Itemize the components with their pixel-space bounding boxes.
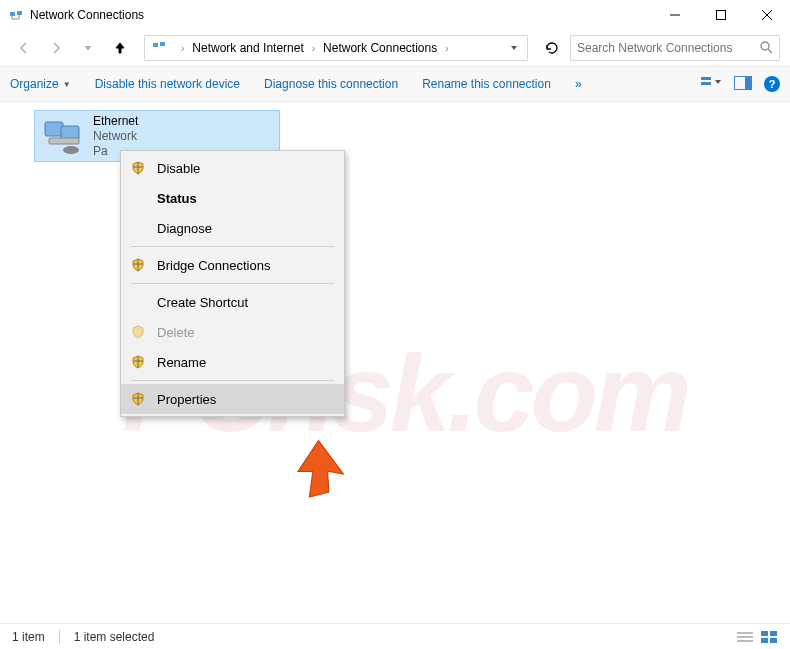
svg-rect-13: [745, 77, 751, 89]
close-button[interactable]: [744, 0, 790, 30]
svg-rect-22: [770, 631, 777, 636]
recent-locations-dropdown[interactable]: [74, 34, 102, 62]
refresh-button[interactable]: [538, 35, 566, 61]
shield-icon: [129, 161, 147, 175]
menu-item-create-shortcut[interactable]: Create Shortcut: [121, 287, 344, 317]
breadcrumb-icon: [151, 38, 171, 58]
menu-separator: [131, 246, 334, 247]
view-options-button[interactable]: [700, 75, 722, 94]
chevron-right-icon[interactable]: ›: [439, 43, 454, 54]
menu-item-label: Rename: [157, 355, 206, 370]
svg-rect-23: [761, 638, 768, 643]
preview-pane-button[interactable]: [734, 76, 752, 93]
menu-item-bridge-connections[interactable]: Bridge Connections: [121, 250, 344, 280]
menu-item-diagnose[interactable]: Diagnose: [121, 213, 344, 243]
menu-item-delete: Delete: [121, 317, 344, 347]
details-view-button[interactable]: [736, 630, 754, 644]
svg-rect-20: [737, 640, 753, 642]
svg-rect-0: [10, 12, 15, 16]
adapter-name: Ethernet: [93, 114, 138, 129]
annotation-arrow: [290, 432, 360, 502]
forward-button[interactable]: [42, 34, 70, 62]
menu-item-label: Disable: [157, 161, 200, 176]
menu-item-status[interactable]: Status: [121, 183, 344, 213]
adapter-icon: [41, 116, 85, 156]
navbar: › Network and Internet › Network Connect…: [0, 30, 790, 66]
content-area: PCrisk.com Ethernet Network Pa Disable S…: [0, 102, 790, 612]
svg-rect-3: [717, 11, 726, 20]
svg-rect-24: [770, 638, 777, 643]
shield-icon: [129, 325, 147, 339]
window-controls: [652, 0, 790, 30]
search-input[interactable]: [577, 41, 759, 55]
status-bar: 1 item 1 item selected: [0, 623, 790, 649]
maximize-button[interactable]: [698, 0, 744, 30]
search-icon[interactable]: [759, 40, 773, 57]
svg-rect-21: [761, 631, 768, 636]
shield-icon: [129, 355, 147, 369]
titlebar: Network Connections: [0, 0, 790, 30]
up-button[interactable]: [106, 34, 134, 62]
svg-rect-19: [737, 636, 753, 638]
svg-rect-18: [737, 632, 753, 634]
svg-rect-14: [45, 122, 63, 136]
search-box[interactable]: [570, 35, 780, 61]
disable-device-button[interactable]: Disable this network device: [95, 77, 240, 91]
menu-item-rename[interactable]: Rename: [121, 347, 344, 377]
toolbar-overflow[interactable]: »: [575, 77, 582, 91]
menu-item-label: Properties: [157, 392, 216, 407]
chevron-right-icon[interactable]: ›: [175, 43, 190, 54]
menu-item-label: Status: [157, 191, 197, 206]
context-menu: Disable Status Diagnose Bridge Connectio…: [120, 150, 345, 417]
menu-item-label: Create Shortcut: [157, 295, 248, 310]
view-mode-buttons: [736, 630, 778, 644]
menu-separator: [131, 283, 334, 284]
svg-rect-6: [153, 43, 158, 47]
menu-item-disable[interactable]: Disable: [121, 153, 344, 183]
window-title: Network Connections: [30, 8, 652, 22]
address-dropdown[interactable]: [503, 43, 525, 53]
breadcrumb-item[interactable]: Network Connections: [321, 41, 439, 55]
large-icons-view-button[interactable]: [760, 630, 778, 644]
menu-separator: [131, 380, 334, 381]
shield-icon: [129, 258, 147, 272]
toolbar-label: Organize: [10, 77, 59, 91]
breadcrumb-item[interactable]: Network and Internet: [190, 41, 305, 55]
diagnose-connection-button[interactable]: Diagnose this connection: [264, 77, 398, 91]
svg-point-8: [761, 42, 769, 50]
menu-item-label: Delete: [157, 325, 195, 340]
menu-item-label: Bridge Connections: [157, 258, 270, 273]
back-button[interactable]: [10, 34, 38, 62]
svg-line-9: [768, 49, 772, 53]
rename-connection-button[interactable]: Rename this connection: [422, 77, 551, 91]
help-icon[interactable]: ?: [764, 76, 780, 92]
svg-rect-16: [49, 138, 79, 144]
svg-rect-11: [701, 82, 711, 85]
chevron-right-icon[interactable]: ›: [306, 43, 321, 54]
menu-item-label: Diagnose: [157, 221, 212, 236]
status-separator: [59, 630, 60, 644]
svg-rect-10: [701, 77, 711, 80]
svg-rect-7: [160, 42, 165, 46]
adapter-status: Network: [93, 129, 138, 144]
minimize-button[interactable]: [652, 0, 698, 30]
organize-menu[interactable]: Organize ▼: [10, 77, 71, 91]
menu-item-properties[interactable]: Properties: [121, 384, 344, 414]
toolbar: Organize ▼ Disable this network device D…: [0, 66, 790, 102]
svg-point-17: [63, 146, 79, 154]
breadcrumb[interactable]: › Network and Internet › Network Connect…: [144, 35, 528, 61]
chevron-down-icon: ▼: [63, 80, 71, 89]
svg-rect-1: [17, 11, 22, 15]
status-item-count: 1 item: [12, 630, 45, 644]
window-icon: [8, 7, 24, 23]
status-selected-count: 1 item selected: [74, 630, 155, 644]
shield-icon: [129, 392, 147, 406]
